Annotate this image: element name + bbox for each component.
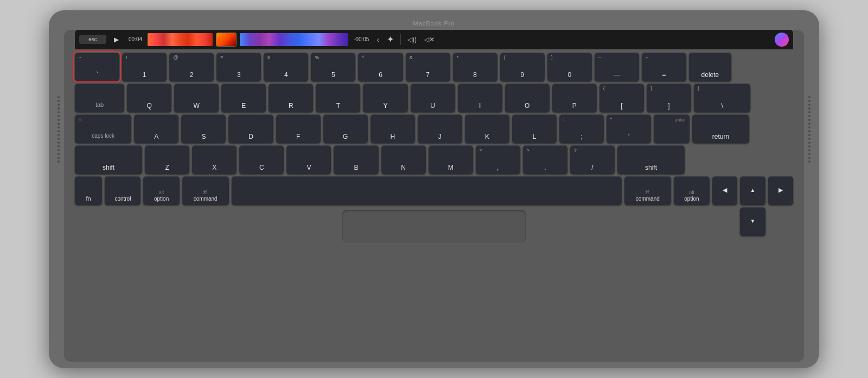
command-right-label: command <box>636 196 660 202</box>
key-backslash[interactable]: | \ <box>694 84 750 112</box>
key-g[interactable]: G <box>323 114 368 143</box>
key-w[interactable]: W <box>174 84 219 112</box>
key-t[interactable]: T <box>316 84 360 112</box>
key-5[interactable]: % 5 <box>311 53 355 81</box>
m-label: M <box>448 164 454 171</box>
arrow-right-icon: ▶ <box>778 187 783 194</box>
key-comma[interactable]: < , <box>476 145 520 174</box>
key-y[interactable]: Y <box>363 84 407 112</box>
key-j[interactable]: J <box>418 114 462 143</box>
key-minus[interactable]: − — <box>595 53 639 81</box>
tab-label: tab <box>95 101 104 108</box>
v-label: V <box>307 164 311 171</box>
key-v[interactable]: V <box>286 145 331 174</box>
amp-symbol: & <box>410 55 413 60</box>
key-0[interactable]: ) 0 <box>547 53 592 81</box>
fn-key[interactable]: fn <box>75 176 102 204</box>
key-u[interactable]: U <box>411 84 455 112</box>
key-7[interactable]: & 7 <box>406 53 450 81</box>
key-o[interactable]: O <box>505 84 550 112</box>
arrow-down-key[interactable]: ▼ <box>740 207 765 235</box>
tab-key[interactable]: tab <box>75 84 124 112</box>
key-rows: ~ ` ! 1 @ 2 # 3 $ 4 <box>75 53 793 204</box>
key-e[interactable]: E <box>221 84 266 112</box>
u-label: U <box>430 102 435 109</box>
arrow-down-icon: ▼ <box>750 218 756 224</box>
key-d[interactable]: D <box>228 114 273 143</box>
key-p[interactable]: P <box>552 84 597 112</box>
k5-label: 5 <box>331 72 335 78</box>
chevron-icon[interactable]: ‹ <box>374 35 381 44</box>
video-thumbnail <box>216 33 237 47</box>
caret-symbol: ^ <box>362 55 364 60</box>
key-q[interactable]: Q <box>127 84 171 112</box>
key-period[interactable]: > . <box>523 145 567 174</box>
arrow-up-key[interactable]: ▲ <box>740 176 765 204</box>
key-c[interactable]: C <box>239 145 284 174</box>
key-b[interactable]: B <box>334 145 378 174</box>
option-right-key[interactable]: alt option <box>674 176 710 204</box>
esc-key[interactable]: esc <box>79 35 106 44</box>
at-symbol: @ <box>173 55 178 60</box>
j-label: J <box>438 133 442 140</box>
key-s[interactable]: S <box>181 114 226 143</box>
k-label: K <box>485 133 489 140</box>
trackpad[interactable] <box>342 210 526 242</box>
mute-icon: ◁✕ <box>422 36 437 43</box>
b-label: B <box>354 164 359 171</box>
key-2[interactable]: @ 2 <box>169 53 214 81</box>
lparen-symbol: ( <box>504 55 506 60</box>
key-quote[interactable]: " ' <box>607 114 651 143</box>
e-label: E <box>241 102 246 109</box>
shift-right-key[interactable]: shift <box>617 145 685 174</box>
delete-key[interactable]: delete <box>689 53 731 81</box>
key-l[interactable]: L <box>512 114 557 143</box>
control-label: control <box>114 196 131 202</box>
caps-lock-key[interactable]: caps lock <box>75 114 131 143</box>
key-k[interactable]: K <box>465 114 509 143</box>
tilde-key[interactable]: ~ ` <box>75 53 119 81</box>
key-slash[interactable]: ? / <box>570 145 615 174</box>
n-label: N <box>401 164 406 171</box>
key-x[interactable]: X <box>192 145 237 174</box>
siri-button[interactable] <box>775 33 789 47</box>
minus-symbol: − <box>598 55 601 60</box>
key-8[interactable]: * 8 <box>453 53 497 81</box>
key-3[interactable]: # 3 <box>216 53 261 81</box>
arrow-ud-container: ▲ ▼ <box>740 176 765 204</box>
command-left-key[interactable]: ⌘ command <box>182 176 229 204</box>
key-z[interactable]: Z <box>145 145 189 174</box>
key-6[interactable]: ^ 6 <box>358 53 403 81</box>
dash-label: — <box>614 72 620 78</box>
key-n[interactable]: N <box>381 145 426 174</box>
key-a[interactable]: A <box>134 114 178 143</box>
brightness-icon: ✦ <box>385 34 396 44</box>
key-9[interactable]: ( 9 <box>500 53 545 81</box>
arrow-right-key[interactable]: ▶ <box>768 176 793 204</box>
key-i[interactable]: I <box>458 84 502 112</box>
key-1[interactable]: ! 1 <box>122 53 167 81</box>
delete-label: delete <box>701 72 719 78</box>
key-4[interactable]: $ 4 <box>264 53 308 81</box>
key-semicolon[interactable]: : ; <box>559 114 604 143</box>
key-f[interactable]: F <box>276 114 321 143</box>
shift-left-key[interactable]: shift <box>75 145 142 174</box>
key-equals[interactable]: + = <box>642 53 686 81</box>
option-left-key[interactable]: alt option <box>143 176 179 204</box>
control-key[interactable]: control <box>105 176 141 204</box>
slash-label: / <box>591 164 593 171</box>
key-rbracket[interactable]: } ] <box>647 84 691 112</box>
pipe-symbol: | <box>698 86 699 91</box>
return-key[interactable]: return <box>692 114 749 143</box>
volume-icon: ◁)) <box>405 36 419 43</box>
play-button[interactable]: ▶ <box>110 35 123 44</box>
key-h[interactable]: H <box>371 114 415 143</box>
arrow-left-key[interactable]: ◀ <box>712 176 737 204</box>
key-m[interactable]: M <box>429 145 473 174</box>
key-lbracket[interactable]: { [ <box>599 84 644 112</box>
command-right-key[interactable]: ⌘ command <box>624 176 671 204</box>
space-key[interactable] <box>232 176 622 204</box>
key-r[interactable]: R <box>269 84 313 112</box>
speaker-right <box>804 48 815 211</box>
enter-key[interactable]: enter <box>654 114 690 143</box>
